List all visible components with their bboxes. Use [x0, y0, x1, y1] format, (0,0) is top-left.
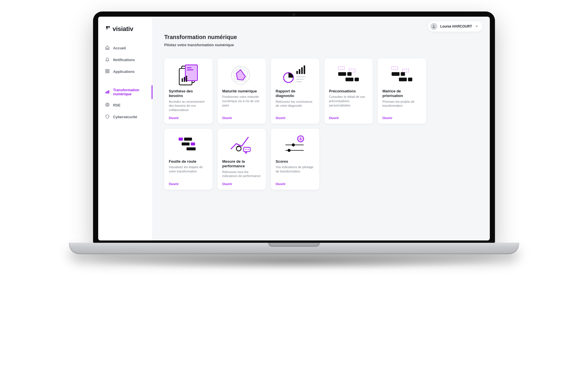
home-icon	[105, 45, 110, 51]
page-title: Transformation numérique	[164, 34, 478, 40]
card-open-link[interactable]: Ouvrir	[169, 116, 179, 120]
card-description: Vos indicateurs de pilotage de transform…	[276, 165, 315, 178]
svg-point-8	[107, 104, 108, 105]
card[interactable]: Mesure de la performanceRetrouvez tous l…	[218, 129, 266, 190]
svg-rect-6	[108, 90, 109, 93]
card-title: Synthèse des besoins	[169, 89, 208, 98]
trackpad-notch	[268, 243, 320, 247]
card-title: Préconisations	[329, 89, 368, 94]
sidebar-item-label: Notifications	[113, 58, 135, 62]
brand-logo-icon	[105, 25, 111, 33]
card-open-link[interactable]: Ouvrir	[169, 182, 179, 186]
screen: visiativ Accueil	[98, 17, 490, 240]
card-title: Maturité numérique	[222, 89, 261, 94]
card-title: Feuille de route	[169, 159, 208, 164]
svg-rect-0	[106, 69, 107, 71]
laptop-bezel: visiativ Accueil	[93, 11, 495, 243]
sidebar-item-label: Accueil	[113, 46, 126, 50]
card-open-link[interactable]: Ouvrir	[222, 182, 232, 186]
user-name: Louise HARCOURT	[440, 24, 472, 28]
card-title: Scores	[276, 159, 315, 164]
card[interactable]: Rapport de diagnosticRetrouvez les concl…	[271, 59, 319, 124]
card-open-link[interactable]: Ouvrir	[382, 116, 392, 120]
drop-shadow	[83, 253, 505, 270]
sidebar: visiativ Accueil	[98, 17, 153, 240]
card-open-link[interactable]: Ouvrir	[276, 116, 286, 120]
svg-point-7	[106, 103, 109, 106]
card-illustration	[276, 64, 315, 86]
brand-name: visiativ	[113, 25, 133, 33]
bell-icon	[105, 57, 110, 63]
sidebar-item-label: Applications	[113, 70, 135, 74]
svg-rect-4	[106, 92, 107, 93]
bars-icon	[105, 90, 110, 95]
target-icon	[105, 102, 110, 108]
card-title: Mesure de la performance	[222, 159, 261, 169]
card-illustration	[222, 134, 261, 156]
svg-point-9	[433, 25, 435, 26]
sidebar-item-applications[interactable]: Applications	[98, 66, 152, 77]
apps-icon	[105, 69, 110, 74]
card-open-link[interactable]: Ouvrir	[329, 116, 339, 120]
sidebar-item-cybersecurite[interactable]: Cybersécurité	[98, 111, 152, 123]
card-illustration	[169, 134, 208, 156]
sidebar-item-transformation-numerique[interactable]: Transformation numérique	[98, 85, 152, 99]
camera-dot	[293, 13, 295, 16]
card-open-link[interactable]: Ouvrir	[222, 116, 232, 120]
card[interactable]: PréconisationsConsultez le détail de vos…	[324, 59, 373, 124]
card[interactable]: Maturité numériquePositionnez votre matu…	[218, 59, 266, 124]
card-description: Accédez au recensement des besoins de vo…	[169, 100, 208, 112]
svg-rect-3	[108, 71, 109, 73]
card[interactable]: Feuille de routeVisualisez les étapes de…	[164, 129, 212, 190]
sidebar-item-label: RSE	[113, 103, 121, 107]
shield-icon	[105, 114, 110, 120]
topbar: Louise HARCOURT	[153, 17, 490, 32]
app-root: visiativ Accueil	[98, 17, 490, 240]
card-illustration	[222, 64, 261, 86]
chevron-down-icon	[475, 24, 478, 29]
card-description: Retrouvez tous les indicateurs de perfor…	[222, 170, 261, 178]
svg-rect-1	[108, 69, 109, 71]
main: Louise HARCOURT Transformation numérique…	[153, 17, 490, 240]
sidebar-item-accueil[interactable]: Accueil	[98, 42, 152, 54]
sidebar-item-notifications[interactable]: Notifications	[98, 54, 152, 65]
brand[interactable]: visiativ	[98, 25, 152, 42]
card[interactable]: ScoresVos indicateurs de pilotage de tra…	[271, 129, 319, 190]
card-grid: Synthèse des besoinsAccédez au recenseme…	[164, 59, 478, 190]
sidebar-item-label: Transformation numérique	[113, 88, 146, 96]
card[interactable]: Synthèse des besoinsAccédez au recenseme…	[164, 59, 212, 124]
page-subtitle: Pilotez votre transformation numérique	[164, 43, 478, 47]
card-illustration	[382, 64, 421, 86]
card-description: Priorisez les projets de transformation	[382, 100, 421, 112]
card-title: Rapport de diagnostic	[276, 89, 315, 98]
svg-rect-5	[107, 91, 108, 93]
avatar	[430, 23, 437, 30]
card-illustration	[169, 64, 208, 86]
nav-secondary: Transformation numérique RSE	[98, 85, 152, 123]
sidebar-item-rse[interactable]: RSE	[98, 100, 152, 111]
svg-rect-2	[106, 71, 107, 73]
card-description: Retrouvez les conclusions de votre diagn…	[276, 100, 315, 112]
card-description: Consultez le détail de vos préconisation…	[329, 95, 368, 112]
content: Transformation numérique Pilotez votre t…	[153, 32, 490, 201]
sidebar-item-label: Cybersécurité	[113, 115, 137, 119]
laptop-frame: visiativ Accueil	[93, 11, 495, 270]
card[interactable]: Matrice de priorisationPriorisez les pro…	[378, 59, 426, 124]
card-description: Visualisez les étapes de votre transform…	[169, 165, 208, 178]
card-title: Matrice de priorisation	[382, 89, 421, 98]
nav-primary: Accueil Notifications Appl	[98, 42, 152, 77]
card-illustration	[329, 64, 368, 86]
user-menu[interactable]: Louise HARCOURT	[428, 21, 482, 32]
card-open-link[interactable]: Ouvrir	[276, 182, 286, 186]
card-illustration	[276, 134, 315, 156]
card-description: Positionnez votre maturité numérique vis…	[222, 95, 261, 112]
